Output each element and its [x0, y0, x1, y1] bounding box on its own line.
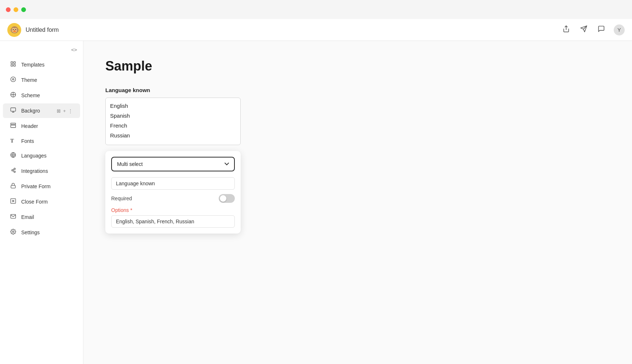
header-actions: Y: [561, 24, 625, 36]
share-icon[interactable]: [561, 24, 571, 36]
svg-point-26: [12, 231, 14, 232]
svg-line-21: [13, 171, 14, 171]
sidebar: <> Templates Theme S: [0, 41, 83, 364]
list-item[interactable]: English: [110, 101, 236, 111]
add-bg-icon[interactable]: +: [63, 108, 66, 114]
sidebar-item-templates[interactable]: Templates: [3, 57, 80, 72]
app-header: 🐵 Untitled form Y: [0, 19, 632, 41]
logo-emoji: 🐵: [10, 25, 19, 35]
settings-label: Settings: [21, 230, 40, 235]
delete-bg-icon[interactable]: ⊠: [57, 108, 61, 114]
background-icon: [10, 107, 17, 114]
svg-line-20: [13, 169, 14, 170]
content-area: Sample Language known English Spanish Fr…: [83, 41, 632, 364]
avatar-letter: Y: [617, 27, 621, 33]
svg-rect-22: [11, 185, 15, 188]
toggle-knob: [220, 195, 226, 202]
app-title: Untitled form: [26, 27, 59, 33]
sidebar-item-theme[interactable]: Theme: [3, 73, 80, 87]
titlebar: [0, 0, 632, 19]
sidebar-item-close-form[interactable]: Close Form: [3, 194, 80, 209]
email-label: Email: [21, 214, 34, 220]
sidebar-item-integrations[interactable]: Integrations: [3, 164, 80, 178]
question-label: Language known: [105, 87, 610, 93]
user-avatar[interactable]: Y: [614, 24, 625, 35]
maximize-button[interactable]: [21, 7, 26, 12]
svg-point-17: [12, 170, 13, 171]
close-form-label: Close Form: [21, 199, 48, 205]
background-label: Backgro: [21, 108, 40, 114]
sidebar-item-settings[interactable]: Settings: [3, 225, 80, 240]
header-icon: [10, 122, 17, 130]
launch-icon[interactable]: [579, 24, 589, 36]
type-select[interactable]: Multi selectSingle selectDropdown: [111, 157, 235, 171]
label-input[interactable]: [111, 177, 235, 190]
required-label: Required: [111, 196, 132, 201]
config-card: Multi selectSingle selectDropdown Requir…: [105, 151, 241, 234]
app-logo: 🐵: [7, 23, 21, 37]
required-toggle[interactable]: [219, 194, 235, 203]
svg-rect-2: [14, 62, 15, 64]
fonts-label: Fonts: [21, 138, 34, 144]
email-icon: [10, 213, 17, 221]
templates-label: Templates: [21, 62, 45, 68]
svg-rect-10: [11, 108, 15, 111]
svg-point-18: [14, 168, 15, 170]
templates-icon: [10, 61, 17, 68]
list-item[interactable]: Spanish: [110, 111, 236, 121]
close-button[interactable]: [6, 7, 11, 12]
multiselect-listbox[interactable]: English Spanish French Russian: [105, 98, 241, 145]
scheme-icon: [10, 92, 17, 99]
minimize-button[interactable]: [14, 7, 18, 12]
close-form-icon: [10, 198, 17, 205]
form-title: Sample: [105, 58, 610, 74]
traffic-lights: [6, 7, 26, 12]
integrations-label: Integrations: [21, 168, 48, 174]
languages-icon: [10, 152, 17, 159]
sidebar-item-email[interactable]: Email: [3, 210, 80, 224]
settings-icon: [10, 229, 17, 236]
list-item[interactable]: French: [110, 121, 236, 130]
sidebar-item-background[interactable]: Backgro ⊠ + ⋮: [3, 103, 80, 118]
options-label: Options *: [111, 207, 235, 213]
svg-rect-3: [14, 64, 15, 66]
required-row: Required: [111, 194, 235, 203]
svg-point-6: [12, 79, 14, 80]
theme-label: Theme: [21, 77, 37, 83]
question-block: Language known English Spanish French Ru…: [105, 87, 610, 234]
header-label: Header: [21, 123, 38, 129]
options-input[interactable]: [111, 215, 235, 228]
background-actions: ⊠ + ⋮: [57, 108, 73, 114]
languages-label: Languages: [21, 153, 46, 159]
private-form-label: Private Form: [21, 183, 50, 189]
collapse-btn-wrap: <>: [0, 45, 83, 57]
comment-icon[interactable]: [596, 24, 606, 36]
svg-point-5: [11, 77, 15, 81]
theme-icon: [10, 76, 17, 84]
sidebar-item-fonts[interactable]: T Fonts: [3, 134, 80, 148]
svg-rect-14: [11, 125, 15, 128]
fonts-icon: T: [10, 138, 17, 144]
options-required-star: *: [129, 207, 132, 213]
scheme-label: Scheme: [21, 92, 40, 98]
sidebar-item-header[interactable]: Header: [3, 119, 80, 133]
svg-rect-4: [11, 64, 13, 66]
private-form-icon: [10, 183, 17, 190]
svg-rect-13: [11, 123, 15, 125]
main-layout: <> Templates Theme S: [0, 41, 632, 364]
sidebar-item-scheme[interactable]: Scheme: [3, 88, 80, 103]
svg-rect-1: [11, 62, 13, 64]
svg-point-19: [14, 171, 15, 172]
more-bg-icon[interactable]: ⋮: [68, 108, 73, 114]
sidebar-item-languages[interactable]: Languages: [3, 148, 80, 163]
integrations-icon: [10, 167, 17, 175]
sidebar-item-private-form[interactable]: Private Form: [3, 179, 80, 194]
collapse-icon[interactable]: <>: [71, 47, 77, 53]
list-item[interactable]: Russian: [110, 130, 236, 140]
